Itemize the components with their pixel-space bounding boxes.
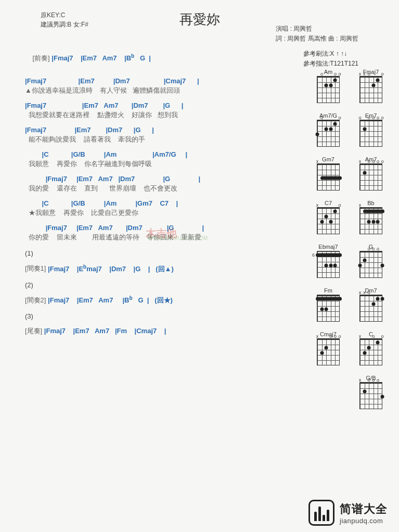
chord-grid: ooooo <box>359 120 382 147</box>
chord-grid: xooo <box>359 382 382 409</box>
chord-grid: xooo <box>317 338 340 365</box>
chord-diagram-C: Cxoo <box>357 331 384 365</box>
chord-diagram-Dm7: Dm7xxo <box>357 287 384 322</box>
credits: 詞 : 周興哲 馬嵩惟 曲 : 周興哲 <box>276 34 358 44</box>
intro-label: [前奏] <box>32 54 49 62</box>
break-row-2: [尾奏] |Fmaj7 |Em7 Am7 |Fm |Cmaj7 | <box>25 326 302 336</box>
suggested-key: 建議男調:B 女:F# <box>41 20 88 29</box>
chorus-lyric-1: 我的愛 還存在 直到 世界崩壞 也不會更改 <box>25 184 302 193</box>
chord-diagram-Gm7: Gm7x <box>315 156 342 191</box>
chorus-chords-0: |C |G/B |Am |Am7/G | <box>25 150 302 158</box>
chord-grid: ooo <box>359 251 382 278</box>
chord-grid: oo <box>317 120 340 147</box>
chord-grid: x <box>317 163 340 191</box>
chorus-lyric-2: ★我願意 再愛你 比愛自己更愛你 <box>25 208 302 218</box>
chord-name: Ebmaj7 <box>318 244 338 250</box>
chord-grid: xxoo <box>359 76 382 103</box>
chord-grid: xxo <box>359 295 382 322</box>
chorus-chords-2: |C |G/B |Am |Gm7 C7 | <box>25 199 302 207</box>
chord-name: Bb <box>367 200 374 206</box>
verse-chords-0: |Fmaj7 |Em7 |Dm7 |Cmaj7 | <box>25 77 302 85</box>
chord-name: Em7 <box>365 112 377 119</box>
chord-grid <box>317 295 340 322</box>
meta-left: 原KEY:C 建議男調:B 女:F# <box>41 10 88 29</box>
chord-diagram-Fm: Fm <box>315 287 342 322</box>
logo-icon <box>308 500 334 526</box>
chord-name: Dm7 <box>365 287 377 294</box>
chord-diagram-Em7: Em7ooooo <box>357 112 384 147</box>
logo-cn: 简谱大全 <box>340 501 388 517</box>
chord-name: Am <box>324 69 333 75</box>
chord-grid: ooo <box>317 76 340 103</box>
chord-diagram-Bb: Bbx <box>357 200 384 234</box>
chord-name: Am7 <box>365 156 377 162</box>
meta-right: 演唱 : 周興哲 詞 : 周興哲 馬嵩惟 曲 : 周興哲 <box>276 24 358 44</box>
chord-diagram-Fmaj7: Fmaj7xxoo <box>357 69 384 103</box>
chord-grid: xoo <box>359 338 382 365</box>
chord-name: C7 <box>325 200 332 206</box>
chord-diagram-Am: Amooo <box>315 69 342 103</box>
chorus-lyric-3: 你的愛 留未來 用最遙遠的等待 等你回來 重新愛 <box>25 233 302 242</box>
chord-diagram-Am7: Am7xoooo <box>357 156 384 191</box>
verse-chords-2: |Fmaj7 |Em7 |Dm7 |G | <box>25 126 302 134</box>
break-row-1: [間奏2] |Fmaj7 |Em7 Am7 |Bb G | (回★) <box>25 295 302 305</box>
chord-diagram-G: Gooo <box>357 244 384 278</box>
logo-en: jianpudq.com <box>340 517 388 525</box>
chord-diagram-Ebmaj7: Ebmaj76 <box>315 244 342 278</box>
chord-diagram-column: AmoooFmaj7xxooAm7/GooEm7oooooGm7xAm7xooo… <box>296 69 384 409</box>
chorus-chords-3: |Fmaj7 |Em7 Am7 |Dm7 |G | <box>25 224 302 232</box>
break-num-0: (1) <box>25 249 302 257</box>
break-num-1: (2) <box>25 281 302 289</box>
verse-lyric-0: ▲你說過幸福是流浪時 有人守候 遍體鱗傷就回頭 <box>25 86 302 95</box>
original-key: 原KEY:C <box>41 10 88 20</box>
verse-chords-1: |Fmaj7 |Em7 Am7 |Dm7 |G | <box>25 102 302 109</box>
pattern-box: 參考刷法:X ↑ ↑↓ 參考指法:T121T121 <box>303 49 358 69</box>
strum-pattern: 參考刷法:X ↑ ↑↓ <box>303 49 358 59</box>
chord-name: Fm <box>324 287 332 294</box>
chord-grid: xoooo <box>359 163 382 191</box>
chord-diagram-C7: C7xo <box>315 200 342 234</box>
chord-grid: x <box>359 207 382 234</box>
pick-pattern: 參考指法:T121T121 <box>303 59 358 69</box>
chorus-chords-1: |Fmaj7 |Em7 Am7 |Dm7 |G | <box>25 175 302 183</box>
break-row-0: [間奏1] |Fmaj7 |Ebmaj7 |Dm7 |G | (回▲) <box>25 263 302 273</box>
performer: 演唱 : 周興哲 <box>276 24 358 34</box>
chord-diagram-Cmaj7: Cmaj7xooo <box>315 331 342 365</box>
chord-name: Gm7 <box>322 156 334 162</box>
chord-diagram-Am7/G: Am7/Goo <box>315 112 342 147</box>
intro-chords: |Fmaj7 |Em7 Am7 |Bb G | <box>52 54 151 62</box>
verse-lyric-1: 我想愛就要在迷路裡 點盞燈火 好讓你 想到我 <box>25 110 302 120</box>
break-num-2: (3) <box>25 312 302 320</box>
chord-grid: xo <box>317 207 340 234</box>
chorus-lyric-0: 我願意 再愛你 你名字融進到每個呼吸 <box>25 159 302 169</box>
chord-diagram-G/B: G/Bxooo <box>357 375 384 409</box>
main-content: [前奏] |Fmaj7 |Em7 Am7 |Bb G | |Fmaj7 |Em7… <box>0 34 302 336</box>
footer-logo: 简谱大全 jianpudq.com <box>308 500 388 526</box>
verse-lyric-2: 能不能夠說愛我 請看著我 牽我的手 <box>25 135 302 144</box>
chord-grid: 6 <box>317 251 340 278</box>
